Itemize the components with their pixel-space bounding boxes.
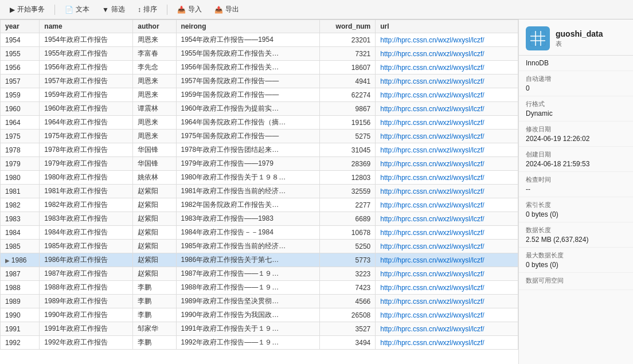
panel-table-type: 表 (556, 40, 603, 48)
table-row[interactable]: 19851985年政府工作报告赵紫阳1985年政府工作报告当前的经济…5250h… (1, 240, 518, 253)
table-row[interactable]: 19751975年政府工作报告周恩来1975年国务院政府工作报告——5275ht… (1, 130, 518, 143)
table-row[interactable]: 19791979年政府工作报告华国锋1979年政府工作报告——197928369… (1, 157, 518, 171)
cell-year: 1990 (1, 308, 40, 322)
table-container[interactable]: year name author neirong word_num url 19… (0, 19, 518, 364)
filter-button[interactable]: ▼ 筛选 (97, 2, 130, 17)
cell-year: 1984 (1, 226, 40, 240)
cell-url: http://hprc.cssn.cn/wxzl/wxysl/lczf/ (376, 253, 518, 267)
cell-year: 1955 (1, 47, 40, 61)
cell-word_num: 5250 (319, 240, 375, 253)
cell-neirong: 1979年政府工作报告——1979 (176, 157, 319, 171)
cell-url: http://hprc.cssn.cn/wxzl/wxysl/lczf/ (376, 102, 518, 116)
table-row[interactable]: 19601960年政府工作报告谭震林1960年政府工作报告为提前实…9867ht… (1, 102, 518, 116)
text-icon: 📄 (65, 6, 73, 14)
cell-word_num: 3527 (319, 322, 375, 336)
col-header-author[interactable]: author (133, 20, 176, 33)
cell-word_num: 10678 (319, 226, 375, 240)
table-row[interactable]: 19871987年政府工作报告赵紫阳1987年政府工作报告——１９…3223ht… (1, 267, 518, 281)
panel-row-format-value: Dynamic (526, 109, 626, 118)
table-row[interactable]: 19571957年政府工作报告周恩来1957年国务院政府工作报告——4941ht… (1, 75, 518, 88)
cell-url: http://hprc.cssn.cn/wxzl/wxysl/lczf/ (376, 143, 518, 157)
cell-neirong: 1981年政府工作报告当前的经济… (176, 185, 319, 198)
panel-created-value: 2024-06-18 21:59:53 (526, 160, 626, 168)
cell-name: 1985年政府工作报告 (40, 240, 133, 253)
cell-word_num: 4941 (319, 75, 375, 88)
panel-data-free-label: 数据可用空间 (526, 276, 626, 285)
cell-year: 1957 (1, 75, 40, 88)
table-row[interactable]: 19841984年政府工作报告赵紫阳1984年政府工作报告－－198410678… (1, 226, 518, 240)
table-row[interactable]: 19831983年政府工作报告赵紫阳1983年政府工作报告——19836689h… (1, 212, 518, 226)
table-row[interactable]: 19921992年政府工作报告李鹏1992年政府工作报告——１９…3494htt… (1, 336, 518, 350)
table-row[interactable]: 19821982年政府工作报告赵紫阳1982年国务院政府工作报告关…2277ht… (1, 198, 518, 212)
data-table: year name author neirong word_num url 19… (0, 19, 518, 350)
cell-neirong: 1975年国务院政府工作报告—— (176, 130, 319, 143)
cell-word_num: 3494 (319, 336, 375, 350)
table-row[interactable]: 19591959年政府工作报告周恩来1959年国务院政府工作报告——62274h… (1, 88, 518, 102)
table-row[interactable]: 19801980年政府工作报告姚依林1980年政府工作报告关于１９８…12803… (1, 171, 518, 185)
table-row[interactable]: 19811981年政府工作报告赵紫阳1981年政府工作报告当前的经济…32559… (1, 185, 518, 198)
cell-name: 1989年政府工作报告 (40, 295, 133, 308)
col-header-neirong[interactable]: neirong (176, 20, 319, 33)
table-row[interactable]: 19641964年政府工作报告周恩来1964年国务院政府工作报告（摘…19156… (1, 116, 518, 130)
cell-word_num: 26508 (319, 308, 375, 322)
panel-data-length-value: 2.52 MB (2,637,824) (526, 236, 626, 244)
cell-word_num: 5773 (319, 253, 375, 267)
svg-rect-0 (530, 31, 545, 46)
cell-url: http://hprc.cssn.cn/wxzl/wxysl/lczf/ (376, 226, 518, 240)
import-button[interactable]: 📥 导入 (172, 2, 207, 17)
table-row[interactable]: 19911991年政府工作报告邹家华1991年政府工作报告关于１９…3527ht… (1, 322, 518, 336)
cell-year: 1959 (1, 88, 40, 102)
cell-year: 1988 (1, 281, 40, 295)
start-transaction-button[interactable]: ▶ 开始事务 (5, 2, 50, 17)
table-row[interactable]: 19891989年政府工作报告李鹏1989年政府工作报告坚决贯彻…4566htt… (1, 295, 518, 308)
table-row[interactable]: ▶ 19861986年政府工作报告赵紫阳1986年政府工作报告关于第七…5773… (1, 253, 518, 267)
text-button[interactable]: 📄 文本 (60, 2, 95, 17)
cell-neirong: 1964年国务院政府工作报告（摘… (176, 116, 319, 130)
col-header-url[interactable]: url (376, 20, 518, 33)
panel-modified-value: 2024-06-19 12:26:02 (526, 135, 626, 143)
panel-check-time-label: 检查时间 (526, 175, 626, 184)
main-area: year name author neirong word_num url 19… (0, 19, 633, 364)
cell-author: 李富春 (133, 47, 176, 61)
panel-title-area: guoshi_data 表 (556, 29, 603, 48)
cell-author: 李先念 (133, 61, 176, 75)
cell-url: http://hprc.cssn.cn/wxzl/wxysl/lczf/ (376, 212, 518, 226)
cell-name: 1964年政府工作报告 (40, 116, 133, 130)
cell-name: 1992年政府工作报告 (40, 336, 133, 350)
cell-year: 1979 (1, 157, 40, 171)
table-row[interactable]: 19881988年政府工作报告李鹏1988年政府工作报告——１９…7423htt… (1, 281, 518, 295)
table-row[interactable]: 19781978年政府工作报告华国锋1978年政府工作报告团结起来…31045h… (1, 143, 518, 157)
table-row[interactable]: 19901990年政府工作报告李鹏1990年政府工作报告为我国政…26508ht… (1, 308, 518, 322)
cell-year: 1982 (1, 198, 40, 212)
cell-name: 1979年政府工作报告 (40, 157, 133, 171)
cell-word_num: 62274 (319, 88, 375, 102)
import-icon: 📥 (177, 6, 186, 14)
col-header-year[interactable]: year (1, 20, 40, 33)
cell-neirong: 1982年国务院政府工作报告关… (176, 198, 319, 212)
cell-name: 1975年政府工作报告 (40, 130, 133, 143)
cell-neirong: 1980年政府工作报告关于１９８… (176, 171, 319, 185)
col-header-name[interactable]: name (40, 20, 133, 33)
export-button[interactable]: 📤 导出 (209, 2, 244, 17)
cell-neirong: 1989年政府工作报告坚决贯彻… (176, 295, 319, 308)
sort-button[interactable]: ↕ 排序 (132, 2, 162, 17)
cell-name: 1960年政府工作报告 (40, 102, 133, 116)
table-row[interactable]: 19541954年政府工作报告周恩来1954年政府工作报告——195423201… (1, 33, 518, 47)
cell-url: http://hprc.cssn.cn/wxzl/wxysl/lczf/ (376, 295, 518, 308)
cell-neirong: 1960年政府工作报告为提前实… (176, 102, 319, 116)
cell-word_num: 9867 (319, 102, 375, 116)
panel-row-format-section: 行格式 Dynamic (519, 96, 633, 122)
cell-author: 周恩来 (133, 88, 176, 102)
cell-author: 赵紫阳 (133, 198, 176, 212)
cell-name: 1984年政府工作报告 (40, 226, 133, 240)
cell-author: 邹家华 (133, 322, 176, 336)
cell-neirong: 1991年政府工作报告关于１９… (176, 322, 319, 336)
table-row[interactable]: 19561956年政府工作报告李先念1956年国务院政府工作报告关…18607h… (1, 61, 518, 75)
table-row[interactable]: 19551955年政府工作报告李富春1955年国务院政府工作报告关…7321ht… (1, 47, 518, 61)
cell-year: 1956 (1, 61, 40, 75)
cell-author: 谭震林 (133, 102, 176, 116)
cell-name: 1980年政府工作报告 (40, 171, 133, 185)
cell-url: http://hprc.cssn.cn/wxzl/wxysl/lczf/ (376, 171, 518, 185)
col-header-wordnum[interactable]: word_num (319, 20, 375, 33)
cell-author: 姚依林 (133, 171, 176, 185)
